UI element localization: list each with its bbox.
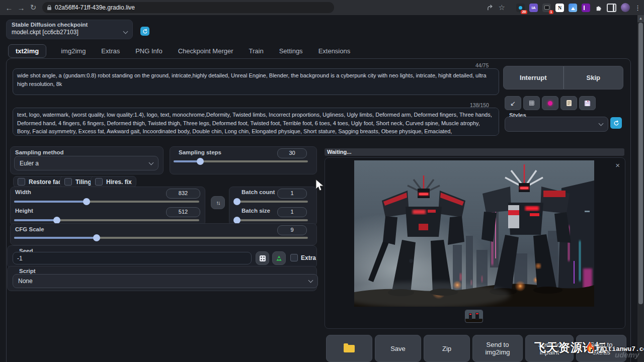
height-label: Height — [15, 208, 33, 214]
folder-icon — [344, 345, 355, 352]
tab-extensions[interactable]: Extensions — [317, 45, 352, 57]
batch-count-slider[interactable] — [235, 198, 308, 205]
tab-checkpoint-merger[interactable]: Checkpoint Merger — [177, 45, 234, 57]
prompt-input[interactable]: wide shot angle, a (gundam:0.8) robot st… — [13, 68, 499, 95]
width-value[interactable]: 832 — [166, 189, 200, 199]
chevron-down-icon — [599, 121, 604, 126]
styles-dropdown[interactable] — [505, 117, 608, 132]
height-slider[interactable] — [14, 217, 199, 224]
tab-extras[interactable]: Extras — [100, 45, 121, 57]
cfg-label: CFG Scale — [15, 226, 44, 232]
back-icon[interactable]: ← — [3, 4, 15, 12]
checkpoint-dropdown[interactable]: model.ckpt [cc6cb27103] — [12, 29, 127, 36]
script-dropdown[interactable]: None — [13, 274, 318, 288]
extension-image-icon[interactable] — [569, 4, 577, 12]
progress-status-text: Waiting... — [327, 149, 351, 155]
scrollbar-thumb[interactable] — [638, 23, 643, 304]
generated-image[interactable] — [354, 160, 594, 307]
floppy-disk-icon — [584, 100, 591, 107]
checkpoint-block: Stable Diffusion checkpoint model.ckpt [… — [6, 20, 133, 39]
gallery-thumbnail[interactable] — [465, 310, 482, 322]
sampling-method-value: Euler a — [20, 160, 39, 167]
swap-dimensions-button[interactable]: ↑↓ — [211, 196, 225, 209]
seed-input[interactable]: -1 — [13, 252, 252, 264]
tab-img2img[interactable]: img2img — [60, 45, 87, 57]
extension-onenote-icon[interactable] — [582, 4, 590, 12]
interrupt-button[interactable]: Interrupt — [503, 66, 564, 89]
hires-fix-label: Hires. fix — [106, 178, 132, 186]
hires-fix-checkbox-row[interactable]: Hires. fix — [91, 176, 136, 188]
bookmark-star-icon[interactable]: ☆ — [499, 3, 505, 12]
reload-icon[interactable]: ↻ — [27, 3, 39, 12]
page-scrollbar[interactable]: ▲ — [637, 15, 644, 362]
negative-prompt-input[interactable]: text, logo, watermark, (worst quality, l… — [13, 108, 499, 136]
restore-faces-checkbox[interactable] — [18, 178, 25, 186]
browser-toolbar: ← → ↻ 02a56ff4-71ff-439e.gradio.live ☆ 2… — [0, 0, 644, 15]
reuse-seed-button[interactable] — [272, 251, 286, 265]
batch-count-value[interactable]: 1 — [277, 189, 307, 199]
scrollbar-up-arrow[interactable]: ▲ — [637, 15, 644, 22]
tiling-checkbox[interactable] — [64, 178, 72, 186]
tab-train[interactable]: Train — [248, 45, 265, 57]
tab-settings[interactable]: Settings — [278, 45, 304, 57]
extension-badge: 1 — [549, 10, 553, 14]
profile-avatar[interactable] — [621, 3, 630, 12]
tab-bar: txt2img img2img Extras PNG Info Checkpoi… — [8, 44, 351, 58]
skip-button[interactable]: Skip — [564, 66, 624, 89]
height-value[interactable]: 512 — [166, 207, 200, 217]
interrupt-label: Interrupt — [520, 74, 546, 81]
cfg-slider[interactable] — [14, 234, 308, 241]
batch-size-value[interactable]: 1 — [277, 207, 307, 217]
trash-grid-icon — [528, 100, 535, 107]
prompt-token-counter: 44/75 — [475, 62, 489, 68]
batch-size-slider[interactable] — [235, 217, 308, 224]
skip-label: Skip — [587, 74, 600, 81]
random-seed-button[interactable] — [256, 251, 269, 265]
sidebar-toggle-icon[interactable] — [607, 4, 616, 12]
send-to-img2img-label: Send to img2img — [480, 341, 515, 356]
swap-arrows-icon: ↑↓ — [216, 200, 220, 206]
width-label: Width — [15, 189, 31, 195]
tab-png-info[interactable]: PNG Info — [134, 45, 163, 57]
sampling-steps-value[interactable]: 30 — [277, 148, 307, 158]
send-to-img2img-button[interactable]: Send to img2img — [472, 335, 523, 362]
hires-fix-checkbox[interactable] — [95, 178, 103, 186]
save-button[interactable]: Save — [375, 335, 421, 362]
extension-notion-icon[interactable]: N — [555, 4, 564, 12]
address-bar[interactable]: 02a56ff4-71ff-439e.gradio.live — [42, 2, 334, 13]
save-style-button[interactable] — [579, 96, 596, 110]
apply-style-button[interactable] — [560, 96, 577, 110]
styles-refresh-button[interactable] — [610, 117, 622, 129]
extensions-puzzle-icon[interactable] — [595, 4, 602, 12]
cfg-value[interactable]: 9 — [277, 225, 307, 235]
close-icon[interactable]: × — [615, 163, 620, 168]
sampling-method-label: Sampling method — [15, 149, 63, 155]
width-slider[interactable] — [14, 198, 199, 205]
sampling-steps-slider[interactable] — [174, 158, 308, 165]
forward-icon[interactable]: → — [15, 4, 27, 12]
share-icon[interactable] — [487, 4, 494, 12]
sampling-steps-label: Sampling steps — [179, 149, 221, 155]
seed-extra-row[interactable]: Extra — [290, 254, 316, 261]
progress-bar: Waiting... — [325, 148, 624, 156]
paste-params-button[interactable]: ↙ — [505, 96, 521, 110]
zip-button[interactable]: Zip — [424, 335, 470, 362]
sampling-method-dropdown[interactable]: Euler a — [14, 156, 158, 170]
open-folder-button[interactable] — [326, 335, 372, 362]
extension-capture-icon[interactable]: 1 — [542, 4, 551, 12]
url-text: 02a56ff4-71ff-439e.gradio.live — [55, 4, 135, 11]
extension-reader-icon[interactable]: 20 — [516, 4, 525, 12]
tab-txt2img[interactable]: txt2img — [8, 44, 46, 58]
seed-extra-label: Extra — [301, 254, 316, 261]
extension-ia-icon[interactable]: IA — [529, 4, 538, 12]
checkpoint-refresh-button[interactable] — [140, 27, 149, 36]
chevron-down-icon — [149, 160, 154, 165]
menu-dots-icon[interactable]: ⋮ — [634, 4, 641, 12]
generate-button-group: Interrupt Skip — [503, 66, 623, 89]
dice-icon — [259, 255, 266, 262]
arrow-down-left-icon: ↙ — [510, 100, 516, 107]
extension-badge: 20 — [521, 10, 527, 14]
extra-networks-button[interactable] — [542, 96, 558, 110]
seed-extra-checkbox[interactable] — [290, 254, 298, 261]
clear-prompt-button[interactable] — [523, 96, 540, 110]
